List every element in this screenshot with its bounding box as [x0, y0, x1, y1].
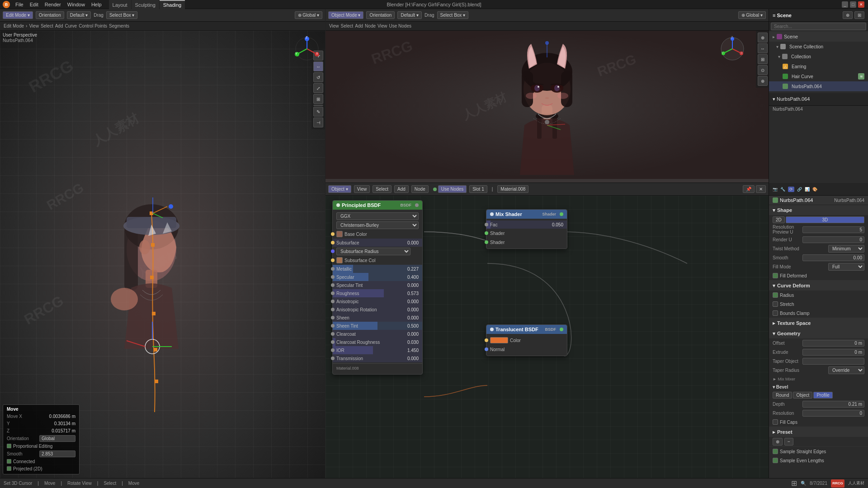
- specular-tint-row[interactable]: Specular Tint 0.000: [333, 281, 422, 289]
- radius-check[interactable]: [773, 292, 778, 298]
- orientation-input[interactable]: [39, 435, 75, 442]
- btn-3d[interactable]: 3D: [786, 216, 864, 223]
- control-points-label[interactable]: Control Points: [79, 23, 107, 28]
- tool-rotate[interactable]: ↺: [313, 72, 323, 82]
- select-box-btn[interactable]: Select Box ▾: [106, 11, 138, 19]
- bounds-check[interactable]: [773, 310, 778, 316]
- menu-file[interactable]: File: [13, 0, 26, 9]
- outliner-search[interactable]: [771, 23, 866, 30]
- fill-caps-check[interactable]: [773, 419, 778, 425]
- curve-deform-header[interactable]: ▾ Curve Deform: [769, 281, 868, 291]
- btn-profile-bevel[interactable]: Profile: [813, 392, 832, 399]
- rt-tool-2[interactable]: ↔: [758, 43, 768, 53]
- connected-check[interactable]: [7, 459, 11, 464]
- btn-round[interactable]: Round: [773, 392, 792, 399]
- prop-icon-view[interactable]: 📷: [773, 187, 778, 192]
- taper-obj-input[interactable]: [802, 358, 864, 365]
- translucent-color-swatch[interactable]: [490, 337, 508, 343]
- stretch-check[interactable]: [773, 301, 778, 307]
- proportional-check[interactable]: [7, 444, 11, 448]
- menu-edit[interactable]: Edit: [27, 0, 41, 9]
- rt-default[interactable]: Default ▾: [397, 11, 421, 19]
- rt-object-mode[interactable]: Object Mode ▾: [328, 11, 363, 19]
- twist-select[interactable]: Minimum: [828, 245, 864, 253]
- res-preview-input[interactable]: [802, 226, 864, 233]
- right-char-bg[interactable]: RRCG 人人素材 RRCG: [326, 31, 769, 179]
- render-u-input[interactable]: [802, 236, 864, 243]
- menu-render[interactable]: Render: [42, 0, 64, 9]
- roughness-row[interactable]: Roughness 0.573: [333, 289, 422, 297]
- rt-tool-5[interactable]: ⊕: [758, 76, 768, 86]
- anisotropic-row[interactable]: Anisotropic 0.000: [333, 297, 422, 305]
- sheen-row[interactable]: Sheen 0.000: [333, 314, 422, 322]
- hair-curve-item[interactable]: Hair Curve ≋: [769, 71, 868, 81]
- tab-sculpting[interactable]: Sculpting: [132, 0, 159, 9]
- right-top-viewport[interactable]: Object Mode ▾ Orientation Default ▾ Drag…: [326, 9, 769, 183]
- rt-view[interactable]: View: [329, 23, 339, 28]
- texture-space-header[interactable]: ▸ Texture Space: [769, 318, 868, 328]
- btn-object-bevel[interactable]: Object: [793, 392, 812, 399]
- tool-measure[interactable]: ⊣: [313, 117, 323, 127]
- outliner-filter[interactable]: ⊕: [843, 11, 853, 19]
- maximize-button[interactable]: □: [850, 1, 856, 8]
- offset-input[interactable]: [802, 340, 864, 347]
- taper-radius-select[interactable]: Override: [828, 366, 864, 374]
- transmission-row[interactable]: Transmission 0.000: [333, 354, 422, 362]
- rt-select[interactable]: Select: [341, 23, 354, 28]
- subsurface-method-select[interactable]: Christensen-Burley: [336, 221, 419, 229]
- tab-shading[interactable]: Shading: [160, 0, 185, 9]
- ne-view-btn[interactable]: View: [354, 185, 370, 193]
- preset-btn-2[interactable]: −: [784, 438, 793, 446]
- btn-2d[interactable]: 2D: [773, 216, 785, 223]
- ne-slot-btn[interactable]: Slot 1: [469, 185, 487, 193]
- earring-item[interactable]: △ Earring: [769, 61, 868, 71]
- close-button[interactable]: ✕: [858, 1, 864, 8]
- add-label[interactable]: Add: [55, 23, 63, 28]
- ne-node-btn[interactable]: Node: [411, 185, 429, 193]
- node-editor[interactable]: Object ▾ View Select Add Node Use Nodes …: [326, 183, 769, 488]
- ne-use-nodes-btn[interactable]: Use Nodes: [438, 185, 467, 193]
- collection-item[interactable]: ▾ Collection: [769, 52, 868, 61]
- prop-icon-render[interactable]: 🔧: [780, 187, 785, 192]
- clearcoat-row[interactable]: Clearcoat 0.000: [333, 330, 422, 338]
- depth-input[interactable]: [802, 401, 864, 408]
- rt-view2[interactable]: View: [377, 23, 387, 28]
- rt-node[interactable]: Node: [365, 23, 376, 28]
- menu-window[interactable]: Window: [65, 0, 88, 9]
- rt-add[interactable]: Add: [355, 23, 363, 28]
- sheen-tint-row[interactable]: Sheen Tint 0.500: [333, 322, 422, 330]
- outliner-sort[interactable]: ⊞: [854, 11, 864, 19]
- prop-icon-active[interactable]: ⟳: [788, 187, 794, 192]
- tool-transform[interactable]: ⊞: [313, 94, 323, 104]
- ne-select-btn[interactable]: Select: [373, 185, 392, 193]
- fill-deformed-check[interactable]: [773, 273, 778, 278]
- subsurface-col-swatch[interactable]: [336, 257, 343, 263]
- smooth-input[interactable]: [802, 254, 864, 261]
- metallic-row[interactable]: Metallic 0.227: [333, 265, 422, 273]
- prop-icon-data[interactable]: 📊: [805, 187, 810, 192]
- prop-icon-constraint[interactable]: 🔗: [797, 187, 802, 192]
- ne-object-btn[interactable]: Object ▾: [328, 185, 351, 193]
- distribution-select[interactable]: GGX: [336, 212, 419, 220]
- bevel-res-input[interactable]: [802, 410, 864, 417]
- subsurface-radius-select[interactable]: Subsurface Radius: [336, 248, 410, 255]
- ior-row[interactable]: IOR 1.450: [333, 346, 422, 354]
- sample-even-check[interactable]: [773, 458, 778, 463]
- rt-tool-4[interactable]: ⊙: [758, 65, 768, 75]
- rt-tool-3[interactable]: ⊞: [758, 54, 768, 64]
- ne-x-btn[interactable]: ✕: [756, 185, 766, 193]
- rt-select-box[interactable]: Select Box ▾: [437, 11, 469, 19]
- nurbs-path-item[interactable]: NurbsPath.064: [769, 81, 868, 91]
- orientation-btn[interactable]: Orientation: [36, 11, 64, 19]
- select-label[interactable]: Select: [41, 23, 53, 28]
- ne-pin-btn[interactable]: 📌: [743, 185, 755, 193]
- preset-header[interactable]: ▸ Preset: [769, 427, 868, 437]
- tab-layout[interactable]: Layout: [109, 0, 131, 9]
- extrude-input[interactable]: [802, 349, 864, 356]
- global-btn[interactable]: ⊕ Global ▾: [295, 11, 322, 19]
- clearcoat-roughness-row[interactable]: Clearcoat Roughness 0.030: [333, 338, 422, 346]
- view-label[interactable]: View: [29, 23, 39, 28]
- edit-mode-btn[interactable]: Edit Mode ▾: [3, 11, 33, 19]
- tool-scale[interactable]: ⤢: [313, 83, 323, 93]
- anisotropic-rot-row[interactable]: Anisotropic Rotation 0.000: [333, 305, 422, 314]
